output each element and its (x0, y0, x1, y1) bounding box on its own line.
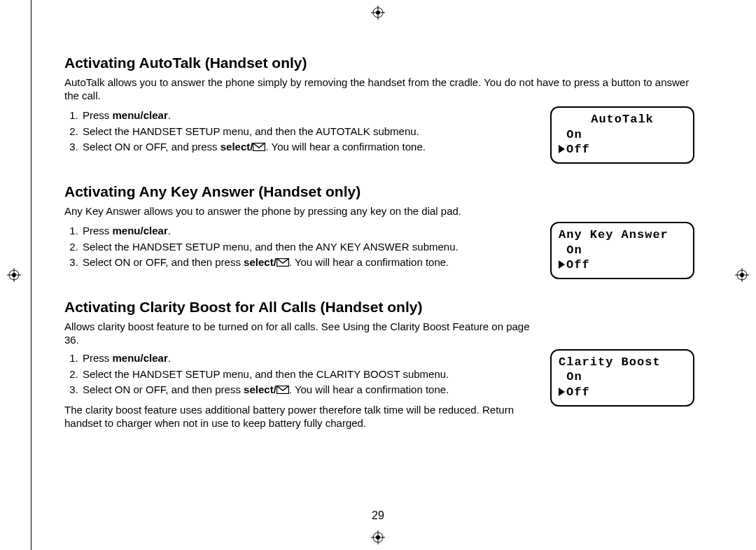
note-clarity: The clarity boost feature uses additiona… (64, 403, 536, 430)
heading-clarity: Activating Clarity Boost for All Calls (… (64, 299, 694, 316)
step-1: Press menu/clear. (81, 108, 536, 124)
screen-option-off: Off (559, 385, 686, 400)
screen-option-on: On (559, 127, 686, 142)
step-2: Select the HANDSET SETUP menu, and then … (81, 239, 536, 255)
screen-option-on: On (559, 243, 686, 258)
lcd-screen-anykey: Any Key Answer On Off (550, 222, 694, 279)
page-content: Activating AutoTalk (Handset only) AutoT… (64, 55, 694, 449)
section-autotalk: Activating AutoTalk (Handset only) AutoT… (64, 55, 694, 164)
step-3: Select ON or OFF, and then press select/… (81, 382, 536, 398)
step-2: Select the HANDSET SETUP menu, and then … (81, 367, 536, 383)
screen-title: AutoTalk (559, 112, 686, 127)
lcd-screen-autotalk: AutoTalk On Off (550, 106, 694, 164)
steps-clarity: Press menu/clear. Select the HANDSET SET… (64, 351, 536, 398)
step-1: Press menu/clear. (81, 223, 536, 239)
crop-line (31, 0, 31, 550)
lcd-screen-clarity: Clarity Boost On Off (550, 349, 694, 407)
steps-autotalk: Press menu/clear. Select the HANDSET SET… (64, 108, 536, 155)
page-number: 29 (0, 509, 756, 522)
envelope-icon (276, 383, 289, 399)
registration-mark-icon (371, 530, 385, 544)
section-anykey: Activating Any Key Answer (Handset only)… (64, 183, 694, 279)
intro-autotalk: AutoTalk allows you to answer the phone … (64, 76, 694, 102)
registration-mark-icon (371, 6, 385, 20)
intro-clarity: Allows clarity boost feature to be turne… (64, 320, 536, 346)
envelope-icon (276, 255, 289, 272)
step-3: Select ON or OFF, and then press select/… (81, 255, 536, 271)
screen-title: Any Key Answer (559, 227, 686, 242)
heading-anykey: Activating Any Key Answer (Handset only) (64, 183, 694, 200)
steps-anykey: Press menu/clear. Select the HANDSET SET… (64, 223, 536, 271)
screen-title: Clarity Boost (559, 355, 686, 369)
registration-mark-icon (735, 268, 749, 282)
section-clarity: Activating Clarity Boost for All Calls (… (64, 299, 694, 430)
step-2: Select the HANDSET SETUP menu, and then … (81, 124, 536, 140)
heading-autotalk: Activating AutoTalk (Handset only) (64, 55, 694, 71)
screen-option-on: On (559, 369, 686, 384)
envelope-icon (253, 140, 265, 156)
screen-option-off: Off (559, 142, 686, 157)
screen-option-off: Off (559, 258, 686, 272)
step-3: Select ON or OFF, and press select/. You… (81, 139, 536, 155)
step-1: Press menu/clear. (81, 351, 536, 367)
intro-anykey: Any Key Answer allows you to answer the … (64, 204, 694, 218)
registration-mark-icon (7, 268, 21, 282)
